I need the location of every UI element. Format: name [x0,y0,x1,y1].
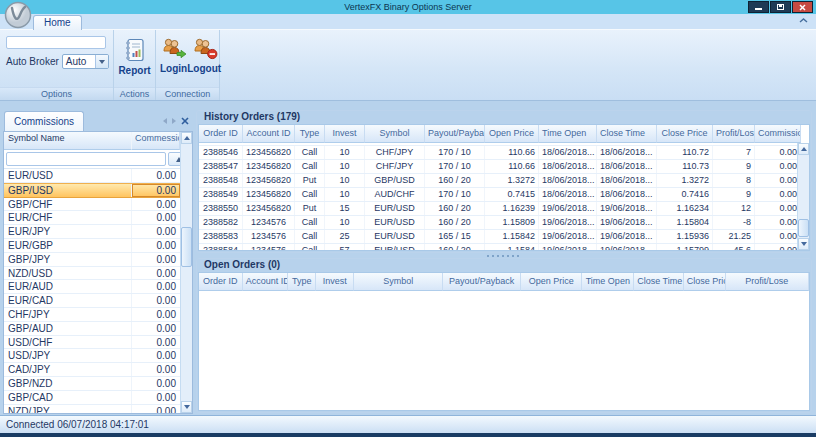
column-header-order-id[interactable]: Order ID [199,273,243,291]
column-header-type[interactable]: Type [295,125,325,143]
options-empty-field[interactable] [6,36,106,49]
history-row[interactable]: 2388550123456820Put15EUR/USD160 / 201.16… [199,202,809,216]
scroll-up-button[interactable] [798,143,809,155]
history-row-partial[interactable]: 23885841234576Call57EUR/USD160 / 201.158… [199,244,809,251]
commission-row[interactable]: USD/CHF0.00 [4,336,192,350]
status-bar: Connected 06/07/2018 04:17:01 [0,415,816,433]
cell-order-id: 2388547 [199,160,243,173]
symbol-cell: CAD/JPY [4,363,132,376]
restore-button[interactable] [770,1,791,13]
commission-row[interactable]: GBP/CHF0.00 [4,198,192,212]
commission-row[interactable]: USD/JPY0.00 [4,349,192,363]
column-header-open-price[interactable]: Open Price [521,273,583,291]
scroll-tabs-left-icon[interactable] [163,118,167,124]
history-row[interactable]: 2388547123456820Call10CHF/JPY170 / 10110… [199,160,809,174]
tab-home[interactable]: Home [33,15,82,30]
scroll-up-button[interactable] [181,132,192,144]
app-logo-icon[interactable] [4,1,32,29]
history-scrollbar[interactable] [797,143,809,250]
history-row[interactable]: 2388548123456820Put10GBP/USD160 / 201.32… [199,174,809,188]
cell-invest: 10 [325,174,365,187]
ribbon-collapse-icon[interactable] [799,18,808,23]
commission-row[interactable]: GBP/JPY0.00 [4,253,192,267]
column-header-payout-payback[interactable]: Payout/Payback [443,273,520,291]
commission-cell: 0.00 [132,322,180,335]
commission-row[interactable]: CHF/JPY0.00 [4,308,192,322]
scroll-down-button[interactable] [181,401,192,413]
column-header-commission[interactable]: Commission [755,125,801,143]
app-window: VertexFX Binary Options Server Home Auto… [0,0,816,437]
window-bottom-edge [0,433,816,437]
cell-close-price: 1.16234 [657,202,713,215]
column-header-payout-payback[interactable]: Payout/Payback [425,125,485,143]
column-header-type[interactable]: Type [288,273,316,291]
cell-close-time: 18/06/2018... [597,174,657,187]
commission-cell-focused[interactable]: 0.00 [132,184,180,197]
commission-cell: 0.00 [132,294,180,307]
logout-button[interactable]: Logout [187,33,221,84]
auto-broker-dropdown-button[interactable] [95,55,108,68]
commissions-scrollbar[interactable] [180,132,192,413]
restore-icon [777,4,784,10]
cell-type: Call [295,188,325,201]
column-header-order-id[interactable]: Order ID [199,125,243,143]
minimize-button[interactable] [748,1,769,13]
scroll-tabs-right-icon[interactable] [172,118,176,124]
history-row[interactable]: 23885831234576Call25EUR/USD165 / 151.158… [199,230,809,244]
panel-close-icon[interactable] [181,117,189,125]
commission-row-selected[interactable]: GBP/USD0.00 [4,183,192,198]
commission-cell: 0.00 [132,267,180,280]
cell-order-id: 2388546 [199,146,243,159]
column-header-open-price[interactable]: Open Price [485,125,539,143]
commission-row[interactable]: EUR/USD0.00 [4,169,192,183]
cell-invest: 25 [325,230,365,243]
cell-account-id: 123456820 [243,174,295,187]
commission-row[interactable]: GBP/CAD0.00 [4,391,192,405]
column-header-close-price[interactable]: Close Price [684,273,726,291]
symbol-cell: CHF/JPY [4,308,132,321]
commission-row[interactable]: EUR/AUD0.00 [4,280,192,294]
commission-row[interactable]: EUR/JPY0.00 [4,225,192,239]
tab-commissions[interactable]: Commissions [4,111,84,131]
report-button[interactable]: Report [118,33,151,76]
column-header-symbol-name[interactable]: Symbol Name [4,132,132,150]
column-header-invest[interactable]: Invest [325,125,365,143]
column-header-time-open[interactable]: Time Open [539,125,597,143]
commission-row[interactable]: GBP/NZD0.00 [4,377,192,391]
column-header-close-time[interactable]: Close Time [634,273,684,291]
column-header-time-open[interactable]: Time Open [582,273,634,291]
commission-row[interactable]: NZD/USD0.00 [4,267,192,281]
scrollbar-thumb[interactable] [798,219,809,237]
column-header-symbol[interactable]: Symbol [365,125,425,143]
commission-row[interactable]: EUR/CAD0.00 [4,294,192,308]
login-button[interactable]: Login [160,33,187,84]
history-row[interactable]: 2388549123456820Call10AUD/CHF170 / 100.7… [199,188,809,202]
options-group-label: Options [0,87,113,100]
commission-row[interactable]: EUR/GBP0.00 [4,239,192,253]
commission-row[interactable]: EUR/CHF0.00 [4,211,192,225]
scrollbar-thumb[interactable] [181,227,192,267]
column-header-profit-lose[interactable]: Profit/Lose [713,125,755,143]
history-row[interactable]: 23885821234576Call10EUR/USD160 / 201.158… [199,216,809,230]
commission-row[interactable]: GBP/AUD0.00 [4,322,192,336]
cell-commission: 0.00 [755,230,801,243]
scroll-down-button[interactable] [798,238,809,250]
column-header-account-id[interactable]: Account ID [243,273,289,291]
commission-cell: 0.00 [132,308,180,321]
cell-account-id: 1234576 [243,244,295,251]
column-header-commission[interactable]: Commession [132,132,180,150]
symbol-filter-input[interactable] [6,152,166,166]
auto-broker-select[interactable]: Auto [62,54,109,69]
column-header-close-time[interactable]: Close Time [597,125,657,143]
column-header-invest[interactable]: Invest [316,273,354,291]
column-header-profit-lose[interactable]: Profit/Lose [726,273,809,291]
commission-row[interactable]: NZD/JPY0.00 [4,405,192,414]
history-row[interactable]: 2388546123456820Call10CHF/JPY170 / 10110… [199,146,809,160]
column-header-symbol[interactable]: Symbol [354,273,443,291]
symbol-cell: EUR/JPY [4,225,132,238]
column-header-close-price[interactable]: Close Price [657,125,713,143]
column-header-account-id[interactable]: Account ID [243,125,295,143]
cell-type: Call [295,216,325,229]
commission-row[interactable]: CAD/JPY0.00 [4,363,192,377]
close-button[interactable] [792,1,813,13]
